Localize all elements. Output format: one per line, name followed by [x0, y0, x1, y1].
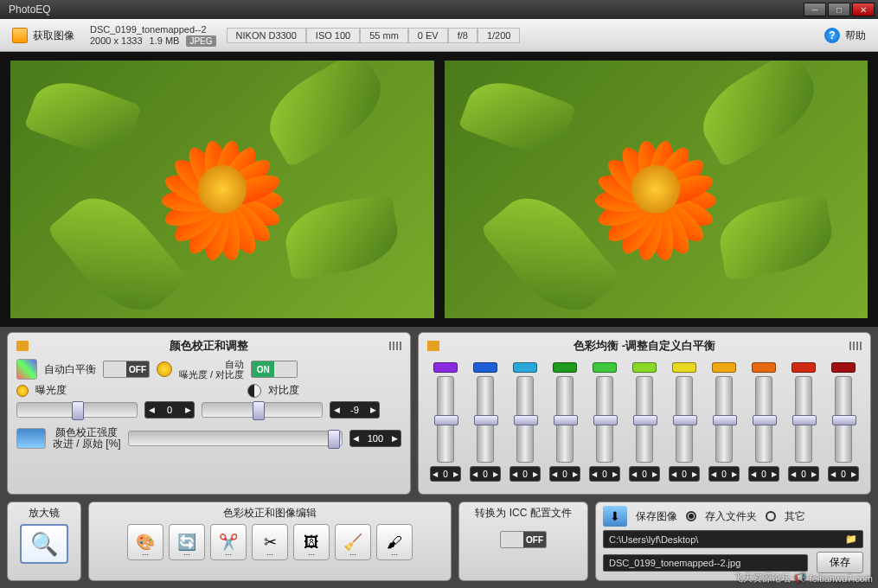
eq-color-swatch — [712, 362, 736, 373]
save-icon: ⬇ — [603, 506, 627, 527]
meta-aperture: f/8 — [448, 28, 477, 43]
acquire-image-button[interactable]: 获取图像 — [7, 25, 80, 46]
folder-icon — [12, 28, 28, 43]
eq-value[interactable]: ◀0▶ — [589, 466, 620, 482]
meta-shutter: 1/200 — [477, 28, 521, 43]
panel-icon — [16, 341, 29, 351]
eq-color-swatch — [553, 362, 577, 373]
eq-column-9: ◀0▶ — [787, 362, 820, 482]
eq-color-swatch — [752, 362, 776, 373]
eq-value[interactable]: ◀0▶ — [788, 466, 819, 482]
preview-processed[interactable] — [445, 61, 868, 318]
eq-value[interactable]: ◀0▶ — [629, 466, 660, 482]
eq-value[interactable]: ◀0▶ — [748, 466, 779, 482]
eq-column-4: ◀0▶ — [588, 362, 621, 482]
contrast-value[interactable]: ◀-9▶ — [330, 401, 380, 419]
auto-wb-label: 自动白平衡 — [44, 362, 96, 377]
eq-value[interactable]: ◀0▶ — [470, 466, 501, 482]
meta-camera: NIKON D3300 — [227, 28, 306, 43]
eq-value[interactable]: ◀0▶ — [828, 466, 859, 482]
intensity-label: 颜色校正强度 改进 / 原始 [%] — [53, 427, 121, 450]
meta-focal: 55 mm — [360, 28, 408, 43]
window-titlebar: PhotoEQ ─ □ ✕ — [0, 0, 878, 19]
eq-color-swatch — [791, 362, 816, 373]
icc-toggle[interactable]: OFF — [500, 531, 547, 548]
tool-rotate-button[interactable]: 🔄⋯ — [169, 524, 205, 560]
exif-metabar: NIKON D3300 ISO 100 55 mm 0 EV f/8 1/200 — [227, 28, 521, 43]
eq-column-5: ◀0▶ — [628, 362, 661, 482]
eq-slider[interactable] — [715, 376, 733, 463]
grip-icon[interactable] — [389, 342, 401, 350]
eq-slider[interactable] — [835, 376, 852, 463]
tool-resize-button[interactable]: 🖼⋯ — [293, 524, 330, 560]
eq-column-8: ◀0▶ — [747, 362, 780, 482]
close-button[interactable]: ✕ — [852, 3, 875, 16]
intensity-slider[interactable] — [128, 431, 343, 446]
tools-panel: 色彩校正和图像编辑 🎨⋯ 🔄⋯ ✂️⋯ ✂⋯ 🖼⋯ 🧹⋯ 🖌⋯ — [88, 502, 452, 581]
color-balance-panel: 色彩均衡 -调整自定义白平衡 ◀0▶◀0▶◀0▶◀0▶◀0▶◀0▶◀0▶◀0▶◀… — [418, 332, 871, 495]
eq-color-swatch — [831, 362, 856, 373]
auto-wb-toggle[interactable]: OFF — [103, 361, 150, 378]
save-button[interactable]: 保存 — [817, 552, 863, 573]
eq-value[interactable]: ◀0▶ — [549, 466, 580, 482]
browse-folder-icon[interactable]: 📁 — [845, 534, 857, 545]
eq-slider[interactable] — [516, 376, 534, 463]
tools-label: 色彩校正和图像编辑 — [96, 506, 444, 521]
maximize-button[interactable]: □ — [828, 3, 850, 16]
bulb-icon — [157, 361, 172, 377]
radio-folder[interactable] — [686, 511, 696, 521]
minimize-button[interactable]: ─ — [804, 3, 826, 16]
exposure-label: 曝光度 — [35, 383, 67, 398]
eq-column-1: ◀0▶ — [469, 362, 502, 482]
eq-slider[interactable] — [596, 376, 613, 463]
eq-slider[interactable] — [437, 376, 454, 463]
preview-original[interactable] — [10, 61, 434, 318]
save-path-field[interactable]: C:\Users\lyf\Desktop\📁 — [603, 530, 863, 548]
intensity-value[interactable]: ◀100▶ — [349, 430, 401, 447]
magnifier-button[interactable]: 🔍 — [20, 524, 68, 564]
eq-slider[interactable] — [676, 376, 693, 463]
exp-contrast-toggle[interactable]: ON — [251, 361, 298, 378]
intensity-icon — [16, 428, 46, 449]
contrast-label: 对比度 — [268, 383, 299, 398]
exposure-slider[interactable] — [16, 402, 138, 418]
radio-other[interactable] — [766, 511, 776, 521]
eq-color-swatch — [513, 362, 537, 373]
eq-slider[interactable] — [556, 376, 574, 463]
eq-color-swatch — [473, 362, 497, 373]
preview-area — [0, 52, 878, 327]
eq-slider[interactable] — [477, 376, 494, 463]
eq-value[interactable]: ◀0▶ — [708, 466, 740, 482]
tool-brush-button[interactable]: 🖌⋯ — [376, 524, 413, 560]
exposure-value[interactable]: ◀0▶ — [144, 401, 195, 419]
eq-slider[interactable] — [755, 376, 772, 463]
eq-value[interactable]: ◀0▶ — [509, 466, 541, 482]
tool-erase-button[interactable]: 🧹⋯ — [335, 524, 371, 560]
help-icon: ? — [824, 28, 840, 43]
eq-slider[interactable] — [636, 376, 653, 463]
tool-color-button[interactable]: 🎨⋯ — [127, 524, 163, 560]
grip-icon[interactable] — [849, 342, 862, 350]
panel-icon — [427, 341, 439, 351]
contrast-icon — [247, 384, 261, 398]
eq-slider[interactable] — [795, 376, 812, 463]
save-panel: ⬇ 保存图像 存入文件夹 其它 C:\Users\lyf\Desktop\📁 D… — [595, 502, 871, 581]
eq-value[interactable]: ◀0▶ — [669, 466, 700, 482]
meta-iso: ISO 100 — [306, 28, 360, 43]
file-name: DSC_0199_tonemapped--2 — [90, 24, 216, 35]
eq-column-2: ◀0▶ — [509, 362, 542, 482]
eq-color-swatch — [672, 362, 696, 373]
save-filename-field[interactable]: DSC_0199_tonemapped--2.jpg — [603, 554, 808, 572]
tool-crop-button[interactable]: ✂️⋯ — [210, 524, 247, 560]
file-info: DSC_0199_tonemapped--2 2000 x 1333 1.9 M… — [90, 24, 216, 47]
contrast-slider[interactable] — [202, 402, 323, 418]
file-format-badge: JPEG — [186, 35, 215, 47]
panel-title: 颜色校正和调整 — [29, 338, 389, 354]
eq-value[interactable]: ◀0▶ — [430, 466, 461, 482]
eq-color-swatch — [632, 362, 657, 373]
magnifier-label: 放大镜 — [29, 506, 60, 521]
color-correction-panel: 颜色校正和调整 自动白平衡 OFF 自动 曝光度 / 对比度 ON 曝光度 对比… — [7, 332, 411, 495]
icc-panel: 转换为 ICC 配置文件 OFF — [458, 502, 588, 581]
tool-cut-button[interactable]: ✂⋯ — [252, 524, 288, 560]
help-button[interactable]: ? 帮助 — [819, 25, 871, 46]
